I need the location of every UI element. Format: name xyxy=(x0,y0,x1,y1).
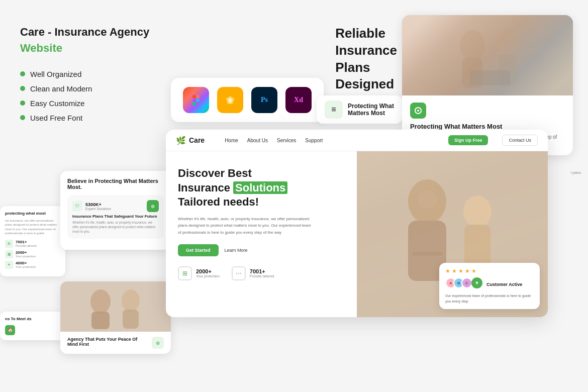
left-mockup-2: Agency That Puts Your Peace Of Mind Firs… xyxy=(60,281,171,354)
product-title-line1: Care - Insurance Agency xyxy=(20,25,176,40)
logo-icon: 🌿 xyxy=(176,136,186,145)
svg-rect-0 xyxy=(192,95,196,99)
feature-item-1: Well Organized xyxy=(20,70,176,78)
contact-button[interactable]: Contact Us xyxy=(502,135,538,146)
tr-card-green-icon xyxy=(410,103,426,119)
bullet-icon-4 xyxy=(20,115,25,120)
protecting-badge-icon: ≡ xyxy=(325,101,343,119)
nav-logo: 🌿 Care xyxy=(176,136,205,145)
far-left-mockup-1: protecting what most nty insurance, we o… xyxy=(0,206,65,276)
protecting-badge: ≡ Protecting What Matters Most xyxy=(317,95,402,124)
feature-item-4: Used Free Font xyxy=(20,114,176,122)
hero-stats: ⊞ 2000+ Your protection ⋯ 7001+ Provide … xyxy=(178,266,345,280)
lm1-card-title: Insurance Plans That Safeguard Your Futu… xyxy=(72,214,159,219)
hero-buttons: Get Started Learn More xyxy=(178,244,345,256)
hero-title: Discover Best Insurance Solutions Tailor… xyxy=(178,166,345,210)
flm1-stat3-icon: ✦ xyxy=(5,261,13,269)
hero-right-image: ★ ★ ★ ★ ★ A B C + Customer Active Our ex… xyxy=(357,151,548,317)
protecting-badge-title-line2: Matters Most xyxy=(348,110,394,117)
lm1-stat-row: 🛡 5300K+ Expert Solutions ⊕ xyxy=(72,200,159,212)
nav-home[interactable]: Home xyxy=(225,138,238,143)
review-avatars: A B C + xyxy=(445,277,482,288)
nav-support[interactable]: Support xyxy=(305,138,323,143)
flm2-green-icon: 🏠 xyxy=(5,325,15,335)
svg-point-10 xyxy=(460,30,485,60)
hero-description: Whether it's life, health, auto, or prop… xyxy=(178,216,314,236)
svg-rect-18 xyxy=(91,312,110,329)
nav-links: Home About Us Services Support xyxy=(225,138,438,143)
flm1-stat2-icon: ▦ xyxy=(5,250,13,258)
product-title-line2: Website xyxy=(20,42,176,55)
lm1-stat-card: 🛡 5300K+ Expert Solutions ⊕ Insurance Pl… xyxy=(67,195,164,239)
review-card: ★ ★ ★ ★ ★ A B C + Customer Active Our ex… xyxy=(439,263,540,309)
stat2-icon: ⋯ xyxy=(232,266,246,280)
svg-point-15 xyxy=(417,110,419,112)
hero-stat-2: ⋯ 7001+ Provide tailored xyxy=(232,266,274,280)
svg-rect-2 xyxy=(192,99,196,102)
flm1-title: protecting what most xyxy=(5,211,60,216)
tagline-text: Reliable Insurance Plans Designed xyxy=(335,25,397,93)
flm1-stat-2: ▦ 2000+ Your protection xyxy=(5,250,60,258)
svg-rect-8 xyxy=(402,15,573,95)
tagline-block: Reliable Insurance Plans Designed xyxy=(335,25,397,93)
review-label: Customer Active xyxy=(486,282,522,287)
lm2-image xyxy=(60,281,171,332)
hero-stat-1: ⊞ 2000+ Your protection xyxy=(178,266,220,280)
svg-point-12 xyxy=(497,29,519,57)
svg-rect-1 xyxy=(196,95,200,99)
review-desc: Our experienced team of professionals is… xyxy=(445,293,534,304)
svg-point-24 xyxy=(463,195,492,228)
feature-item-2: Clean and Modern xyxy=(20,84,176,93)
tool-icons-row: Ps Xd xyxy=(171,78,324,122)
hero-left-content: Discover Best Insurance Solutions Tailor… xyxy=(166,151,357,317)
main-website-mockup: 🌿 Care Home About Us Services Support Si… xyxy=(166,130,548,317)
flm2-title: ns To Meet ds xyxy=(5,317,60,321)
svg-rect-13 xyxy=(499,54,517,87)
left-mockup-1: Believe in Protecting What Matters Most.… xyxy=(60,171,171,250)
lm1-content: Believe in Protecting What Matters Most.… xyxy=(60,171,171,250)
svg-rect-16 xyxy=(60,281,171,332)
svg-rect-9 xyxy=(402,15,573,95)
nav-about[interactable]: About Us xyxy=(247,138,268,143)
svg-rect-20 xyxy=(123,310,139,329)
hero-highlight: Solutions xyxy=(233,181,287,194)
top-right-card-image xyxy=(402,15,573,95)
flm1-stat-1: ⊞ 7001+ Provide tailored xyxy=(5,240,60,248)
adobexd-icon: Xd xyxy=(285,87,312,113)
flm1-desc: nty insurance, we offer personalized pla… xyxy=(5,219,60,236)
photoshop-icon: Ps xyxy=(251,87,277,113)
sketch-icon xyxy=(217,87,243,113)
bullet-icon-2 xyxy=(20,86,25,91)
mockup-hero: Discover Best Insurance Solutions Tailor… xyxy=(166,151,548,317)
lm1-stat-icon: 🛡 xyxy=(72,201,82,211)
learn-more-button[interactable]: Learn More xyxy=(225,244,248,256)
feature-item-3: Easy Customize xyxy=(20,99,176,108)
right-edge-text: l plans xyxy=(571,171,581,174)
lm2-green-icon: ⊕ xyxy=(152,337,164,349)
signup-button[interactable]: Sign Up Free xyxy=(448,135,488,145)
lm1-card-desc: Whether it's life, health, auto, or prop… xyxy=(72,220,159,234)
svg-point-17 xyxy=(90,289,111,314)
lm2-content: Agency That Puts Your Peace Of Mind Firs… xyxy=(60,332,171,354)
nav-services[interactable]: Services xyxy=(277,138,296,143)
bullet-icon-3 xyxy=(20,101,25,106)
svg-point-19 xyxy=(122,289,140,312)
bullet-icon-1 xyxy=(20,71,25,76)
stat1-icon: ⊞ xyxy=(178,266,192,280)
flm1-stat-3: ✦ 4000+ Your protection xyxy=(5,261,60,269)
protecting-badge-title-line1: Protecting What xyxy=(348,103,394,110)
svg-point-26 xyxy=(417,190,437,209)
avatar-3: C xyxy=(461,277,472,288)
tr-card-title: Protecting What Matters Most xyxy=(410,123,565,130)
lm1-green-btn[interactable]: ⊕ xyxy=(147,200,159,212)
lm1-title: Believe in Protecting What Matters Most. xyxy=(67,178,164,190)
mockup-navbar: 🌿 Care Home About Us Services Support Si… xyxy=(166,130,548,151)
svg-rect-27 xyxy=(412,252,442,256)
svg-rect-4 xyxy=(192,102,196,106)
review-stars: ★ ★ ★ ★ ★ xyxy=(445,268,534,274)
svg-rect-3 xyxy=(196,99,200,102)
figma-icon xyxy=(183,87,209,113)
get-started-button[interactable]: Get Started xyxy=(178,244,219,256)
svg-rect-14 xyxy=(470,70,510,85)
far-left-mockup-2: ns To Meet ds 🏠 xyxy=(0,312,65,340)
